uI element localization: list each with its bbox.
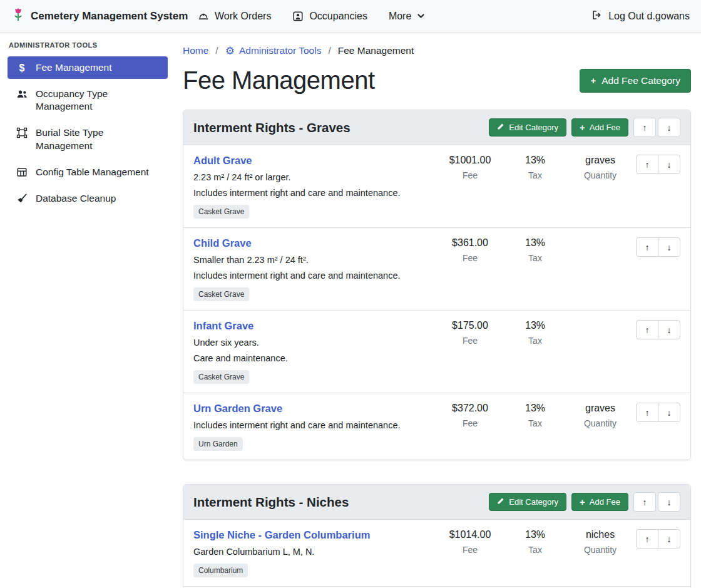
- sidebar-heading: ADMINISTRATOR TOOLS: [9, 41, 166, 49]
- logout-label: Log Out d.gowans: [608, 11, 690, 22]
- fee-description: Includes interment right and care and ma…: [193, 420, 432, 430]
- arrow-up-icon: ↑: [643, 123, 647, 133]
- app-title: Cemetery Management System: [31, 10, 188, 23]
- arrow-down-icon: ↓: [667, 408, 672, 418]
- move-category-down-button[interactable]: ↓: [658, 492, 680, 512]
- breadcrumb-separator: /: [215, 45, 218, 56]
- fee-name-link[interactable]: Child Grave: [193, 237, 252, 249]
- nav-item-more[interactable]: More: [389, 11, 425, 22]
- move-fee-down-button[interactable]: ↓: [658, 403, 680, 422]
- move-fee-up-button[interactable]: ↑: [636, 155, 658, 174]
- fee-amount-column: $361.00 Fee: [437, 237, 503, 263]
- breadcrumb-admin-tools-link[interactable]: ⚙ Administrator Tools: [225, 45, 322, 56]
- fee-name-link[interactable]: Urn Garden Grave: [193, 403, 282, 415]
- fee-amount-column: $175.00 Fee: [437, 320, 503, 346]
- table-icon: [15, 167, 29, 178]
- chevron-down-icon: [417, 12, 425, 20]
- move-fee-up-button[interactable]: ↑: [636, 529, 658, 549]
- fee-tax-column: 13% Tax: [503, 403, 568, 428]
- fee-type-badge: Urn Garden: [193, 437, 243, 451]
- sidebar-item-fee-management[interactable]: $ Fee Management: [8, 56, 168, 79]
- fee-tax-column: 13% Tax: [503, 237, 568, 263]
- arrow-down-icon: ↓: [667, 497, 672, 507]
- move-fee-up-button[interactable]: ↑: [636, 320, 658, 339]
- nav-item-occupancies[interactable]: Occupancies: [292, 11, 367, 22]
- category-header: Interment Rights - Graves Edit Category …: [183, 110, 690, 145]
- move-fee-up-button[interactable]: ↑: [636, 403, 658, 422]
- move-category-up-button[interactable]: ↑: [633, 118, 656, 137]
- gear-icon: ⚙: [225, 46, 235, 56]
- breadcrumb-home-link[interactable]: Home: [183, 45, 208, 56]
- arrow-down-icon: ↓: [667, 534, 672, 544]
- sidebar-item-label: Occupancy Type Management: [36, 88, 160, 113]
- plus-icon: +: [590, 76, 596, 85]
- arrow-up-icon: ↑: [645, 325, 650, 335]
- add-fee-button[interactable]: + Add Fee: [571, 493, 628, 511]
- move-fee-down-button[interactable]: ↓: [658, 320, 680, 339]
- fee-name-link[interactable]: Adult Grave: [193, 155, 252, 167]
- fee-quantity-column: graves Quantity: [568, 155, 633, 180]
- add-fee-category-button[interactable]: + Add Fee Category: [580, 69, 691, 93]
- fee-name-link[interactable]: Single Niche - Garden Columbarium: [193, 529, 370, 541]
- move-category-down-button[interactable]: ↓: [658, 118, 680, 137]
- sidebar-item-burial-site-type-management[interactable]: Burial Site Type Management: [8, 121, 168, 157]
- arrow-down-icon: ↓: [667, 242, 672, 252]
- fee-quantity-column: niches Quantity: [568, 529, 633, 555]
- fee-type-badge: Columbarium: [193, 564, 248, 577]
- fee-row: Urn Garden Grave Includes interment righ…: [183, 393, 690, 460]
- fee-description: Under six years.: [193, 338, 432, 348]
- arrow-down-icon: ↓: [667, 123, 672, 133]
- pencil-icon: [497, 497, 504, 507]
- logout-button[interactable]: Log Out d.gowans: [591, 9, 690, 23]
- sidebar-item-config-table-management[interactable]: Config Table Management: [8, 161, 168, 183]
- fee-name-link[interactable]: Infant Grave: [193, 320, 253, 332]
- fee-category-card-niches: Interment Rights - Niches Edit Category …: [183, 484, 691, 588]
- edit-category-button[interactable]: Edit Category: [489, 118, 566, 137]
- arrow-up-icon: ↑: [645, 408, 650, 418]
- arrow-up-icon: ↑: [643, 497, 647, 507]
- move-fee-up-button[interactable]: ↑: [636, 237, 658, 257]
- move-fee-down-button[interactable]: ↓: [658, 155, 680, 174]
- nav-item-work-orders[interactable]: Work Orders: [198, 11, 271, 22]
- move-fee-down-button[interactable]: ↓: [658, 529, 680, 549]
- fee-description: 2.23 m² / 24 ft² or larger.: [193, 172, 432, 182]
- fee-description: Includes interment right and care and ma…: [193, 188, 432, 198]
- arrow-up-icon: ↑: [645, 242, 650, 252]
- breadcrumb-current: Fee Management: [338, 45, 414, 56]
- sidebar: ADMINISTRATOR TOOLS $ Fee Management Occ…: [0, 33, 175, 221]
- move-fee-down-button[interactable]: ↓: [658, 237, 680, 257]
- fee-type-badge: Casket Grave: [193, 205, 249, 219]
- move-category-up-button[interactable]: ↑: [633, 492, 656, 512]
- people-icon: [15, 88, 29, 100]
- add-fee-button[interactable]: + Add Fee: [571, 118, 628, 137]
- nav-item-label: More: [389, 11, 411, 22]
- fee-description: Care and maintenance.: [193, 353, 432, 363]
- sidebar-item-database-cleanup[interactable]: Database Cleanup: [8, 187, 168, 210]
- fee-category-card-graves: Interment Rights - Graves Edit Category …: [183, 110, 691, 460]
- fee-row: Adult Grave 2.23 m² / 24 ft² or larger. …: [183, 145, 690, 228]
- fee-tax-column: 13% Tax: [503, 529, 568, 555]
- category-title: Interment Rights - Graves: [193, 120, 350, 135]
- page-title: Fee Management: [183, 66, 375, 95]
- plus-icon: +: [580, 123, 585, 132]
- category-header: Interment Rights - Niches Edit Category …: [183, 485, 690, 520]
- edit-category-button[interactable]: Edit Category: [489, 493, 566, 511]
- nav-links: Work Orders Occupancies More: [198, 11, 425, 22]
- nav-item-label: Work Orders: [215, 11, 271, 22]
- nav-item-label: Occupancies: [309, 11, 367, 22]
- fee-description: Smaller than 2.23 m² / 24 ft².: [193, 255, 432, 265]
- fee-type-badge: Casket Grave: [193, 287, 249, 301]
- sidebar-item-label: Burial Site Type Management: [36, 126, 160, 152]
- tulip-logo-icon: [11, 8, 25, 25]
- sidebar-item-label: Config Table Management: [36, 166, 149, 178]
- fee-row: Infant Grave Under six years. Care and m…: [183, 311, 690, 393]
- broom-icon: [15, 193, 29, 204]
- fee-quantity-column: graves Quantity: [568, 403, 633, 428]
- sidebar-item-occupancy-type-management[interactable]: Occupancy Type Management: [8, 83, 168, 118]
- dollar-icon: $: [15, 62, 29, 74]
- breadcrumb: Home / ⚙ Administrator Tools / Fee Manag…: [183, 45, 691, 56]
- occupant-icon: [292, 11, 304, 22]
- fee-tax-column: 13% Tax: [503, 155, 568, 180]
- fee-row: Child Grave Smaller than 2.23 m² / 24 ft…: [183, 228, 690, 311]
- app-brand[interactable]: Cemetery Management System: [11, 8, 184, 25]
